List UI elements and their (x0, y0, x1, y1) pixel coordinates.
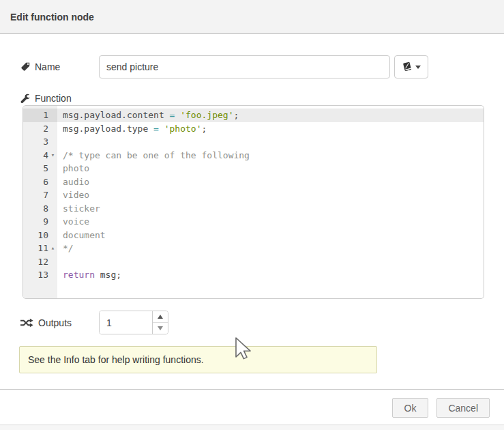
shuffle-icon (20, 318, 33, 328)
library-button[interactable] (394, 55, 428, 78)
outputs-label-text: Outputs (38, 317, 72, 328)
token-str: 'foo.jpeg' (180, 110, 233, 120)
dialog-form: Name (0, 55, 504, 373)
token-text: msg; (95, 270, 121, 280)
token-comment: audio (63, 177, 89, 187)
line-number: 11 (38, 243, 48, 253)
token-op: = (170, 110, 181, 120)
spinner-buttons (152, 311, 168, 334)
code-line-9[interactable]: voice (57, 215, 484, 229)
line-number: 12 (38, 257, 48, 267)
code-line-11[interactable]: */ (57, 242, 484, 255)
code-line-13[interactable]: return msg; (57, 268, 484, 282)
gutter-line-5: 5 (23, 162, 57, 175)
line-number: 2 (43, 124, 48, 134)
code-line-5[interactable]: photo (57, 162, 484, 175)
editor-code: msg.payload.content = 'foo.jpeg';msg.pay… (57, 106, 484, 298)
code-line-3[interactable] (57, 135, 484, 149)
outputs-input[interactable] (100, 311, 152, 334)
form-tips: See the Info tab for help writing functi… (19, 346, 377, 373)
line-number: 10 (38, 230, 48, 240)
token-text: msg.payload.content (63, 110, 170, 120)
code-line-4[interactable]: /* type can be one of the following (57, 149, 484, 162)
workspace-background (0, 425, 504, 430)
name-label-text: Name (35, 61, 60, 72)
token-comment: video (63, 190, 89, 200)
book-icon (402, 61, 413, 72)
line-number: 1 (43, 110, 48, 120)
dialog-title: Edit function node (10, 12, 94, 23)
token-comment: sticker (63, 203, 100, 214)
name-row: Name (20, 55, 484, 78)
line-number: 6 (43, 177, 48, 187)
token-op: = (153, 124, 164, 134)
code-editor[interactable]: 1234▾567891011▴1213 msg.payload.content … (23, 105, 484, 299)
fold-down-icon[interactable]: ▾ (48, 152, 57, 158)
code-line-10[interactable]: document (57, 229, 484, 242)
gutter-line-1: 1 (23, 109, 57, 122)
gutter-line-13: 13 (23, 268, 57, 282)
gutter-line-9: 9 (23, 215, 57, 229)
line-number: 7 (43, 190, 48, 200)
gutter-line-3: 3 (23, 135, 57, 149)
token-comment: voice (63, 216, 89, 227)
name-label: Name (20, 61, 99, 72)
outputs-label: Outputs (20, 317, 99, 328)
spinner-down-button[interactable] (153, 323, 168, 334)
fold-up-icon[interactable]: ▴ (48, 245, 57, 251)
dialog-header: Edit function node (0, 0, 504, 34)
token-text: msg.payload.type (63, 124, 153, 134)
code-line-1[interactable]: msg.payload.content = 'foo.jpeg'; (57, 109, 484, 122)
code-line-7[interactable]: video (57, 188, 484, 202)
outputs-row: Outputs (20, 311, 484, 334)
spinner-up-button[interactable] (153, 311, 168, 323)
line-number: 13 (38, 270, 48, 280)
gutter-line-11[interactable]: 11▴ (23, 242, 57, 255)
line-number: 4 (43, 150, 48, 160)
outputs-spinner (99, 311, 168, 334)
gutter-line-8: 8 (23, 202, 57, 216)
cancel-button[interactable]: Cancel (436, 398, 490, 418)
code-line-2[interactable]: msg.payload.type = 'photo'; (57, 122, 484, 136)
function-label-text: Function (35, 93, 72, 104)
gutter-line-6: 6 (23, 175, 57, 189)
form-tips-text: See the Info tab for help writing functi… (28, 354, 204, 365)
wrench-icon (20, 94, 30, 103)
token-comment: document (63, 230, 106, 240)
triangle-up-icon (158, 315, 163, 319)
token-comment: */ (63, 243, 74, 253)
token-text: ; (202, 124, 207, 134)
line-number: 3 (43, 137, 48, 147)
token-text: ; (233, 110, 239, 120)
ok-button[interactable]: Ok (392, 398, 428, 418)
code-line-6[interactable]: audio (57, 175, 484, 189)
dialog-footer: Ok Cancel (0, 389, 504, 425)
code-line-12[interactable] (57, 255, 484, 269)
gutter-line-12: 12 (23, 255, 57, 269)
token-str: 'photo' (164, 124, 202, 134)
token-comment: photo (63, 163, 89, 173)
line-number: 8 (43, 203, 48, 214)
editor-gutter: 1234▾567891011▴1213 (23, 106, 57, 298)
function-label: Function (20, 92, 484, 104)
edit-function-dialog: Edit function node Name (0, 0, 504, 430)
gutter-line-10: 10 (23, 229, 57, 242)
gutter-line-7: 7 (23, 188, 57, 202)
line-number: 5 (43, 163, 48, 173)
tag-icon (20, 62, 30, 72)
line-number: 9 (43, 216, 48, 227)
name-input[interactable] (99, 55, 390, 78)
token-comment: /* type can be one of the following (63, 150, 250, 160)
gutter-line-2: 2 (23, 122, 57, 136)
token-kw: return (63, 270, 95, 280)
code-line-8[interactable]: sticker (57, 202, 484, 216)
chevron-down-icon (415, 66, 421, 69)
triangle-down-icon (158, 326, 163, 330)
gutter-line-4[interactable]: 4▾ (23, 149, 57, 162)
